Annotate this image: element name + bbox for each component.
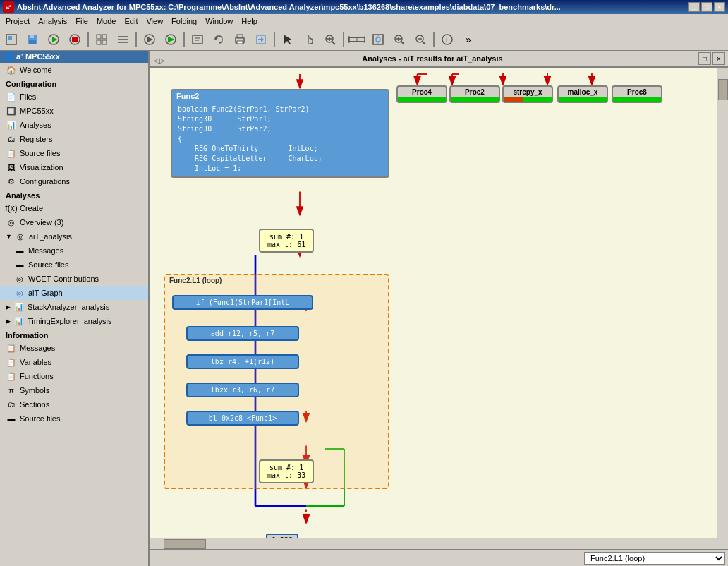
close-button[interactable]: × bbox=[714, 2, 725, 12]
toolbar-sep-2 bbox=[135, 32, 137, 47]
sidebar-item-messages[interactable]: ▬ Messages bbox=[0, 243, 148, 258]
svg-line-44 bbox=[401, 42, 404, 44]
chip-icon: 🔲 bbox=[6, 105, 17, 116]
sidebar-item-sections[interactable]: 🗂 Sections bbox=[0, 397, 148, 411]
window-controls: _ □ × bbox=[688, 2, 725, 12]
overview-icon: ◎ bbox=[6, 217, 17, 228]
instr-add[interactable]: add r12, r5, r7 bbox=[186, 326, 299, 341]
svg-rect-9 bbox=[97, 35, 101, 39]
titlebar: a³ AbsInt Advanced Analyzer for MPC55xx:… bbox=[0, 0, 728, 14]
menu-help[interactable]: Help bbox=[237, 16, 262, 27]
toolbar-more-btn[interactable]: » bbox=[459, 30, 478, 49]
minimize-button[interactable]: _ bbox=[688, 2, 700, 12]
toolbar-play2-btn[interactable] bbox=[140, 30, 159, 49]
instr-bl[interactable]: bl 0x2c8 <Func1> bbox=[186, 411, 299, 426]
scrollbar-horizontal[interactable] bbox=[150, 538, 717, 549]
content-area: ◁▷ Analyses - aiT results for aiT_analys… bbox=[150, 51, 728, 566]
menu-edit[interactable]: Edit bbox=[120, 16, 142, 27]
registers-icon: 🗂 bbox=[6, 133, 17, 145]
panel-close-btn[interactable]: × bbox=[712, 52, 725, 65]
sidebar-item-source-files-info[interactable]: ▬ Source files bbox=[0, 411, 148, 426]
sidebar-item-wcet[interactable]: ◎ WCET Contributions bbox=[0, 272, 148, 286]
sidebar-item-source-files-analysis[interactable]: ▬ Source files bbox=[0, 258, 148, 272]
toolbar-info-btn[interactable]: i bbox=[437, 30, 457, 49]
sum-box-1: sum #: 1 max t: 61 bbox=[259, 229, 314, 253]
toolbar-btn-extra1[interactable] bbox=[188, 30, 207, 49]
window-title: AbsInt Advanced Analyzer for MPC55xx: C:… bbox=[17, 3, 688, 11]
panel-restore-btn[interactable]: □ bbox=[698, 52, 711, 65]
toolbar-fit-btn[interactable] bbox=[368, 30, 388, 49]
toolbar-grid-btn[interactable] bbox=[92, 30, 111, 49]
sidebar-item-configurations[interactable]: ⚙ Configurations bbox=[0, 174, 148, 188]
sidebar-item-visualization[interactable]: 🖼 Visualization bbox=[0, 160, 148, 174]
sidebar-item-registers[interactable]: 🗂 Registers bbox=[0, 132, 148, 146]
instr-lbz[interactable]: lbz r4, +1(r12) bbox=[186, 354, 299, 369]
toolbar-stop-btn[interactable] bbox=[65, 30, 85, 49]
toolbar-hand-btn[interactable] bbox=[299, 30, 319, 49]
stack-icon: 📊 bbox=[13, 301, 25, 313]
menu-file[interactable]: File bbox=[71, 16, 92, 27]
create-icon: f(x) bbox=[6, 203, 17, 214]
status-dropdown[interactable]: Func2.L1 (loop) bbox=[584, 552, 725, 565]
functions-icon: 📋 bbox=[6, 371, 17, 382]
toolbar-run-btn[interactable] bbox=[161, 30, 181, 49]
sidebar-item-analyses[interactable]: 📊 Analyses bbox=[0, 118, 148, 132]
maximize-button[interactable]: □ bbox=[701, 2, 712, 12]
sidebar-item-source-files-config[interactable]: 📋 Source files bbox=[0, 146, 148, 160]
panel-header-icons: □ × bbox=[698, 52, 725, 65]
menu-view[interactable]: View bbox=[142, 16, 167, 27]
stack-expand-icon: ▶ bbox=[6, 303, 11, 311]
toolbar-zoom-btn[interactable] bbox=[320, 30, 340, 49]
scrollbar-vertical[interactable] bbox=[717, 68, 728, 538]
sidebar-item-timing-explorer[interactable]: ▶ 📊 TimingExplorer_analysis bbox=[0, 314, 148, 328]
proc-node-proc2[interactable]: Proc2 bbox=[449, 85, 500, 103]
menu-folding[interactable]: Folding bbox=[167, 16, 201, 27]
sidebar-item-welcome[interactable]: 🏠 Welcome bbox=[0, 63, 148, 77]
sidebar-item-symbols[interactable]: π Symbols bbox=[0, 383, 148, 397]
toolbar-cursor-btn[interactable] bbox=[278, 30, 298, 49]
instr-lbzx[interactable]: lbzx r3, r6, r7 bbox=[186, 383, 299, 397]
sidebar-item-variables[interactable]: 📋 Variables bbox=[0, 355, 148, 369]
func2-box[interactable]: Func2 boolean Func2(StrPar1, StrPar2) St… bbox=[171, 89, 389, 178]
menu-mode[interactable]: Mode bbox=[92, 16, 121, 27]
sidebar-item-ait-graph[interactable]: ◎ aiT Graph bbox=[0, 286, 148, 300]
sidebar-item-functions[interactable]: 📋 Functions bbox=[0, 369, 148, 383]
configurations-icon: ⚙ bbox=[6, 176, 17, 187]
toolbar-export-btn[interactable] bbox=[251, 30, 271, 49]
proc-node-proc4[interactable]: Proc4 bbox=[396, 85, 447, 103]
proc-node-malloc[interactable]: malloc_x bbox=[557, 85, 608, 103]
proc-node-proc8[interactable]: Proc8 bbox=[612, 85, 662, 103]
toolbar-undo-btn[interactable] bbox=[209, 30, 229, 49]
sidebar-item-info-messages[interactable]: 📋 Messages bbox=[0, 341, 148, 355]
source-icon-3: ▬ bbox=[6, 413, 17, 424]
toolbar-zoomin-btn[interactable] bbox=[389, 30, 409, 49]
sidebar-item-stack-analyzer[interactable]: ▶ 📊 StackAnalyzer_analysis bbox=[0, 300, 148, 314]
proc2-label: Proc2 bbox=[451, 87, 499, 97]
toolbar: i » bbox=[0, 28, 728, 51]
sidebar-item-overview[interactable]: ◎ Overview (3) bbox=[0, 215, 148, 229]
sidebar-item-files[interactable]: 📄 Files bbox=[0, 90, 148, 104]
sidebar-item-mpc55xx[interactable]: 🔲 MPC55xx bbox=[0, 104, 148, 118]
toolbar-list-btn[interactable] bbox=[113, 30, 133, 49]
toolbar-sep-6 bbox=[433, 32, 435, 47]
sidebar-item-ait-analysis[interactable]: ▼ ◎ aiT_analysis bbox=[0, 229, 148, 243]
menu-window[interactable]: Window bbox=[201, 16, 237, 27]
graph-canvas[interactable]: Proc4 Proc2 strcpy_x malloc_x Proc8 bbox=[150, 68, 728, 549]
toolbar-zoomout-btn[interactable] bbox=[411, 30, 430, 49]
toolbar-measure-btn[interactable] bbox=[347, 30, 367, 49]
toolbar-save-btn[interactable] bbox=[23, 30, 42, 49]
svg-marker-17 bbox=[147, 37, 153, 42]
sidenav: ◁▷ bbox=[152, 54, 166, 64]
source-icon-1: 📋 bbox=[6, 147, 17, 159]
menu-analysis[interactable]: Analysis bbox=[34, 16, 71, 27]
condition-box[interactable]: if (Func1(StrPar1[IntL bbox=[172, 295, 313, 310]
toolbar-btn-1[interactable] bbox=[1, 30, 21, 49]
toolbar-print-btn[interactable] bbox=[230, 30, 250, 49]
proc-node-strcpy[interactable]: strcpy_x bbox=[502, 85, 553, 103]
toolbar-play-btn[interactable] bbox=[44, 30, 63, 49]
menu-project[interactable]: Project bbox=[1, 16, 34, 27]
wcet-icon: ◎ bbox=[14, 273, 25, 284]
info-messages-icon: 📋 bbox=[6, 342, 17, 354]
sidebar-item-create[interactable]: f(x) Create bbox=[0, 201, 148, 215]
toolbar-sep-1 bbox=[87, 32, 89, 47]
